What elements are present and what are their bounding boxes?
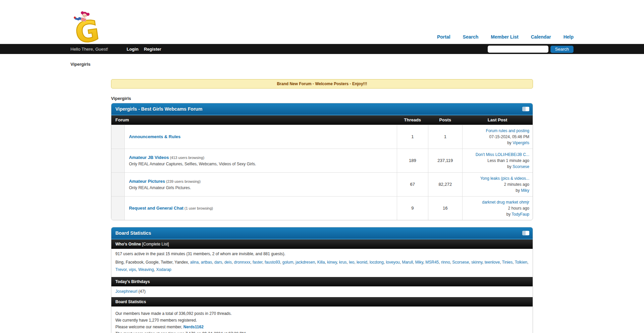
forum-posts-count: 16	[428, 196, 462, 220]
page-header: G PortalSearchMember ListCalendarHelp	[70, 0, 574, 44]
top-nav-link-help[interactable]: Help	[564, 34, 574, 40]
forum-description: Only REAL Amateur Captures, Selfies, Web…	[129, 162, 392, 166]
online-member-link[interactable]: Tinies	[502, 260, 515, 265]
forum-link[interactable]: Announcements & Rules	[129, 134, 180, 139]
online-member-link[interactable]: Marull	[402, 260, 415, 265]
board-stats-header: Board Statistics	[111, 227, 533, 239]
online-guests: Bing, Facebook, Google, Twitter, Yandex,	[115, 260, 189, 265]
online-member-link[interactable]: Killa	[317, 260, 327, 265]
forum-rows: Announcements & Rules11Forum rules and p…	[111, 125, 533, 220]
vipergirls-logo-icon: G	[71, 10, 105, 44]
online-member-link[interactable]: MSR45	[425, 260, 441, 265]
breadcrumb-home-link[interactable]: Vipergirls	[70, 62, 91, 67]
complete-list-link[interactable]: [Complete List]	[142, 242, 169, 246]
lastpost-user-link[interactable]: Vipergirls	[513, 141, 529, 145]
lastpost-title-link[interactable]: Forum rules and posting	[467, 128, 529, 134]
online-member-link[interactable]: alina	[190, 260, 201, 265]
newest-member-link[interactable]: Nerds1162	[183, 325, 204, 329]
vipergirls-logo[interactable]: G	[71, 10, 105, 44]
online-member-link[interactable]: deis	[224, 260, 234, 265]
forum-panel-title: Vipergirls - Best Girls Webcams Forum	[115, 106, 202, 112]
top-nav: PortalSearchMember ListCalendarHelp	[425, 34, 574, 40]
online-member-link[interactable]: jackdresen	[296, 260, 317, 265]
forum-status-icon	[111, 125, 125, 149]
forum-browsing-count: (413 users browsing)	[169, 156, 204, 160]
collapse-panel-icon[interactable]	[522, 231, 529, 235]
lastpost-time: Less than 1 minute ago	[467, 158, 529, 164]
online-member-link[interactable]: loveyou	[386, 260, 402, 265]
online-member-link[interactable]: Trevor	[115, 267, 129, 272]
online-member-link[interactable]: dronnxxx	[234, 260, 253, 265]
online-member-link[interactable]: golum	[282, 260, 296, 265]
forum-description: Only REAL Amateur Girls Pictures.	[129, 185, 392, 190]
header-bar: Hello There, Guest! Login Register Searc…	[0, 44, 644, 54]
online-member-link[interactable]: Miky	[415, 260, 425, 265]
online-member-link[interactable]: leo	[349, 260, 357, 265]
search-input[interactable]	[488, 46, 548, 53]
online-member-link[interactable]: Scorsese	[452, 260, 471, 265]
top-nav-link-search[interactable]: Search	[463, 34, 479, 40]
online-member-link[interactable]: leonid	[357, 260, 370, 265]
online-member-link[interactable]: dars	[214, 260, 224, 265]
whos-online-body: 917 users active in the past 15 minutes …	[111, 249, 533, 277]
stat-members-registered: We currently have 1,270 members register…	[115, 318, 529, 323]
online-summary: 917 users active in the past 15 minutes …	[115, 252, 529, 256]
online-member-link[interactable]: faster	[253, 260, 265, 265]
collapse-panel-icon[interactable]	[522, 107, 529, 111]
online-member-link[interactable]: krus	[339, 260, 349, 265]
whos-online-title: Who's Online	[115, 242, 141, 246]
lastpost-by: by TodyFaup	[467, 211, 529, 217]
top-nav-link-calendar[interactable]: Calendar	[531, 34, 551, 40]
online-member-link[interactable]: locdong	[370, 260, 386, 265]
lastpost-user-link[interactable]: Scorsese	[513, 164, 529, 169]
online-member-link[interactable]: kinwy	[327, 260, 339, 265]
online-member-link[interactable]: artbas	[201, 260, 214, 265]
top-nav-link-member-list[interactable]: Member List	[491, 34, 518, 40]
forum-status-icon	[111, 149, 125, 172]
whos-online-bar: Who's Online [Complete List]	[111, 239, 533, 249]
forum-row: Amateur JB Videos (413 users browsing)On…	[111, 149, 533, 172]
online-member-link[interactable]: Xodarap	[156, 267, 171, 272]
forum-panel-header: Vipergirls - Best Girls Webcams Forum	[111, 103, 533, 115]
forum-posts-count: 237,119	[428, 149, 462, 172]
birthday-user-link[interactable]: Josephneurl	[115, 289, 137, 294]
column-forum: Forum	[111, 115, 397, 125]
online-member-link[interactable]: teenlove	[485, 260, 502, 265]
forum-posts-count: 1	[428, 125, 462, 149]
stat-total-posts: Our members have made a total of 336,092…	[115, 311, 529, 316]
lastpost-user-link[interactable]: Miky	[521, 188, 529, 193]
forum-browsing-count: (239 users browsing)	[165, 179, 201, 183]
forum-row: Amateur Pictures (239 users browsing)Onl…	[111, 172, 533, 196]
online-member-link[interactable]: skinny	[471, 260, 485, 265]
forum-status-icon	[111, 196, 125, 220]
forum-link[interactable]: Request and General Chat	[129, 206, 183, 211]
lastpost-by: by Miky	[467, 187, 529, 193]
statistics-body: Our members have made a total of 336,092…	[111, 307, 533, 333]
lastpost-title-link[interactable]: darknet drug market ohmjr	[467, 199, 529, 205]
forum-link[interactable]: Amateur JB Videos	[129, 155, 169, 160]
top-nav-link-portal[interactable]: Portal	[437, 34, 450, 40]
lastpost-time: 2 minutes ago	[467, 181, 529, 187]
lastpost-title-link[interactable]: Yong leaks (pics & videos...	[467, 175, 529, 181]
lastpost-user-link[interactable]: TodyFaup	[512, 212, 529, 217]
online-member-link[interactable]: vips	[129, 267, 138, 272]
breadcrumb: Vipergirls	[70, 62, 574, 67]
forum-panel: Vipergirls - Best Girls Webcams Forum Fo…	[111, 103, 533, 220]
forum-threads-count: 67	[397, 172, 428, 196]
online-member-link[interactable]: fausto93	[265, 260, 282, 265]
login-link[interactable]: Login	[126, 47, 138, 52]
column-last-post: Last Post	[462, 115, 533, 125]
category-title: Vipergirls	[111, 96, 533, 101]
lastpost-time: 07-15-2024, 05:46 PM	[467, 134, 529, 140]
column-threads: Threads	[397, 115, 428, 125]
online-member-link[interactable]: rinno	[441, 260, 452, 265]
online-member-link[interactable]: Weaving	[138, 267, 156, 272]
lastpost-by: by Vipergirls	[467, 140, 529, 146]
forum-link[interactable]: Amateur Pictures	[129, 179, 165, 184]
online-member-link[interactable]: Tolkien	[515, 260, 529, 265]
search-button[interactable]: Search	[550, 46, 574, 53]
board-stats-panel: Board Statistics Who's Online [Complete …	[111, 227, 533, 333]
forum-browsing-count: (1 user browsing)	[183, 206, 213, 210]
lastpost-title-link[interactable]: Don't Miss LOLI/HEBE/JB C...	[467, 152, 529, 158]
register-link[interactable]: Register	[144, 47, 161, 52]
